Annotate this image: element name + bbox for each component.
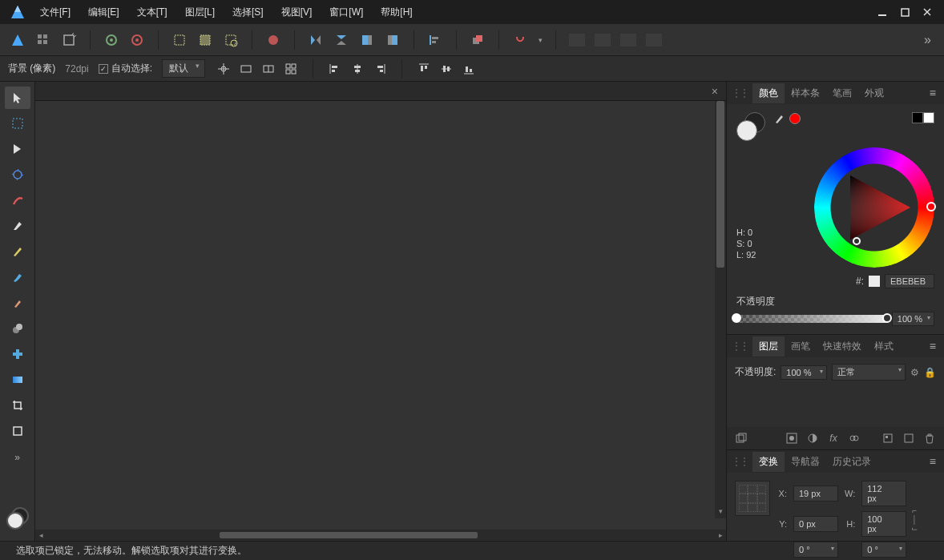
menu-edit[interactable]: 编辑[E] xyxy=(80,2,127,22)
persona-liquify-icon[interactable] xyxy=(32,29,54,51)
color-triangle[interactable] xyxy=(834,167,914,248)
eyedropper-icon[interactable] xyxy=(773,112,786,125)
selection-add-icon[interactable] xyxy=(194,29,216,51)
transform-mode-1-icon[interactable] xyxy=(237,60,255,78)
x-input[interactable]: 19 px xyxy=(793,485,838,502)
tab-transform[interactable]: 变换 xyxy=(752,452,785,472)
opacity-end-thumb[interactable] xyxy=(882,313,892,323)
canvas[interactable]: ▾ xyxy=(35,101,726,530)
lock-icon[interactable]: 🔒 xyxy=(924,367,936,378)
brush-tool[interactable] xyxy=(5,266,30,288)
anchor-selector[interactable] xyxy=(735,481,770,516)
color-wheel[interactable] xyxy=(814,147,934,268)
transform-mode-2-icon[interactable] xyxy=(260,60,277,78)
node-tool[interactable] xyxy=(5,138,30,160)
selection-new-icon[interactable] xyxy=(168,29,191,51)
align-v-middle-icon[interactable] xyxy=(438,60,455,78)
scroll-down-arrow-icon[interactable]: ▾ xyxy=(715,507,726,518)
live-filter-icon[interactable] xyxy=(846,430,862,446)
horizontal-scrollbar[interactable]: ◂ ▸ xyxy=(35,530,726,541)
panel-grip-icon[interactable]: ⋮⋮ xyxy=(732,456,748,467)
pencil-tool[interactable] xyxy=(5,240,30,263)
h-input[interactable]: 100 px xyxy=(861,511,906,537)
hex-input[interactable] xyxy=(885,274,934,288)
persona-develop-icon[interactable] xyxy=(58,29,80,51)
vertical-scroll-thumb[interactable] xyxy=(716,101,724,268)
fx-icon[interactable]: fx xyxy=(825,430,841,446)
flip-vertical-icon[interactable] xyxy=(330,29,353,51)
scroll-left-arrow-icon[interactable]: ◂ xyxy=(35,531,46,539)
menu-select[interactable]: 选择[S] xyxy=(224,2,272,22)
opacity-start-thumb[interactable] xyxy=(732,313,741,323)
layers-list[interactable] xyxy=(727,387,944,427)
tool-color-swatch[interactable] xyxy=(6,507,29,530)
panel-menu-icon[interactable]: ≡ xyxy=(926,455,939,468)
persona-photo-icon[interactable] xyxy=(6,29,29,51)
snapping-dropdown-icon[interactable]: ▾ xyxy=(535,29,546,51)
move-tool[interactable] xyxy=(5,87,30,109)
hue-marker[interactable] xyxy=(926,202,936,212)
sl-marker[interactable] xyxy=(853,237,861,245)
transform-mode-3-icon[interactable] xyxy=(282,60,300,78)
color-swatch-pair[interactable] xyxy=(736,112,765,141)
minimize-button[interactable] xyxy=(877,6,888,18)
rotate-ccw-icon[interactable] xyxy=(356,29,378,51)
s-input[interactable]: 0 ° xyxy=(861,542,906,558)
flip-horizontal-icon[interactable] xyxy=(305,29,327,51)
vertical-scrollbar[interactable]: ▾ xyxy=(715,101,726,518)
crop-tool[interactable] xyxy=(5,394,30,417)
w-input[interactable]: 112 px xyxy=(861,481,906,506)
clone-tool[interactable] xyxy=(5,317,30,340)
opacity-slider[interactable] xyxy=(736,315,887,323)
arrange-icon[interactable] xyxy=(466,29,489,51)
align-left-icon[interactable] xyxy=(424,29,446,51)
tab-brushes[interactable]: 画笔 xyxy=(785,336,817,357)
pen-tool[interactable] xyxy=(5,215,30,237)
bw-swatches[interactable] xyxy=(912,112,934,123)
menu-file[interactable]: 文件[F] xyxy=(32,2,79,22)
add-layer-icon[interactable] xyxy=(901,430,917,446)
add-pixel-layer-icon[interactable] xyxy=(880,430,896,446)
foreground-color-swatch[interactable] xyxy=(6,512,24,530)
snapping-icon[interactable] xyxy=(509,29,531,51)
tab-color[interactable]: 颜色 xyxy=(752,83,785,103)
scroll-right-arrow-icon[interactable]: ▸ xyxy=(715,531,726,539)
blend-mode-dropdown[interactable]: 正常 xyxy=(832,364,906,381)
develop-tool[interactable] xyxy=(5,163,30,186)
tab-navigator[interactable]: 导航器 xyxy=(785,452,826,472)
y-input[interactable]: 0 px xyxy=(793,516,838,532)
horizontal-scroll-thumb[interactable] xyxy=(220,532,478,538)
rotate-cw-icon[interactable] xyxy=(381,29,404,51)
marquee-tool[interactable] xyxy=(5,112,30,135)
tab-layers[interactable]: 图层 xyxy=(752,336,785,357)
tab-swatches[interactable]: 样本条 xyxy=(785,83,826,103)
align-v-top-icon[interactable] xyxy=(415,60,433,78)
document-close-icon[interactable]: × xyxy=(704,85,726,98)
layer-opacity-dropdown[interactable]: 100 % xyxy=(781,365,826,380)
r-input[interactable]: 0 ° xyxy=(793,542,838,558)
tab-fx[interactable]: 快速特效 xyxy=(817,336,868,357)
menu-view[interactable]: 视图[V] xyxy=(273,2,321,22)
selection-invert-icon[interactable] xyxy=(220,29,242,51)
tab-history[interactable]: 历史记录 xyxy=(826,452,877,472)
tool-expand-icon[interactable]: » xyxy=(14,452,20,463)
healing-tool[interactable] xyxy=(5,343,30,365)
adjustment-icon[interactable] xyxy=(805,430,821,446)
auto-select-checkbox[interactable]: ✓ 自动选择: xyxy=(99,62,152,75)
gradient-tool[interactable] xyxy=(5,369,30,391)
delete-layer-icon[interactable] xyxy=(922,430,938,446)
gear-icon[interactable]: ⚙ xyxy=(910,367,919,378)
primary-swatch[interactable] xyxy=(736,120,757,141)
tab-stroke[interactable]: 笔画 xyxy=(826,83,858,103)
context-dpi[interactable]: 72dpi xyxy=(65,63,88,75)
menu-text[interactable]: 文本[T] xyxy=(129,2,175,22)
opacity-value[interactable]: 100 % xyxy=(892,312,934,326)
menu-window[interactable]: 窗口[W] xyxy=(321,2,371,22)
panel-menu-icon[interactable]: ≡ xyxy=(926,340,939,353)
layer-group-icon[interactable] xyxy=(733,430,749,446)
transform-origin-icon[interactable] xyxy=(215,60,232,78)
auto-select-dropdown[interactable]: 默认 xyxy=(162,59,205,78)
shape-tool[interactable] xyxy=(5,420,30,442)
align-h-left-icon[interactable] xyxy=(326,60,344,78)
mask-icon[interactable] xyxy=(784,430,800,446)
